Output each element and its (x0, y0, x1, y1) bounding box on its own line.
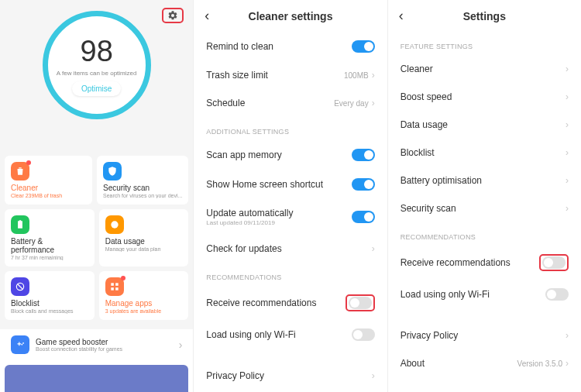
score-value: 98 (81, 35, 113, 68)
blocklist-card[interactable]: Blocklist Block calls and messages (5, 271, 95, 320)
card-sub: 3 updates are available (105, 308, 183, 314)
section-header: FEATURE SETTINGS (388, 32, 581, 55)
card-title: Data usage (105, 237, 183, 246)
booster-banner (5, 365, 188, 392)
card-sub: Block calls and messages (11, 308, 88, 314)
block-icon (11, 277, 29, 296)
battery-card[interactable]: Battery & performance 7 hr 37 min remain… (5, 209, 95, 266)
svg-line-2 (18, 284, 23, 290)
chevron-right-icon: › (566, 147, 569, 158)
data-usage-card[interactable]: Data usage Manage your data plan (99, 209, 189, 266)
chevron-right-icon: › (566, 119, 569, 130)
section-header: RECOMMENDATIONS (388, 222, 581, 246)
settings-screen: ‹ Settings FEATURE SETTINGS Cleaner› Boo… (388, 0, 581, 392)
battery-row[interactable]: Battery optimisation› (388, 167, 581, 194)
toggle[interactable] (352, 211, 375, 223)
chevron-right-icon: › (372, 70, 375, 81)
shield-icon (103, 162, 122, 181)
trash-icon (11, 162, 29, 181)
battery-icon (11, 215, 29, 234)
chevron-right-icon: › (566, 91, 569, 102)
toggle[interactable] (352, 328, 375, 341)
toggle[interactable] (352, 178, 375, 191)
gear-icon (167, 10, 178, 21)
optimise-button[interactable]: Optimise (72, 81, 121, 96)
receive-rec-row[interactable]: Receive recommendations (388, 246, 581, 280)
privacy-row[interactable]: Privacy Policy › (194, 362, 387, 390)
chevron-right-icon: › (179, 339, 183, 351)
svg-point-0 (111, 221, 118, 228)
page-title: Cleaner settings (205, 10, 376, 22)
card-title: Blocklist (11, 299, 88, 308)
trash-size-row[interactable]: Trash size limit 100MB › (194, 61, 387, 89)
toggle[interactable] (352, 40, 375, 53)
booster-sub: Boost connection stability for games (36, 346, 173, 352)
header: ‹ Cleaner settings (194, 0, 387, 32)
chevron-right-icon: › (566, 64, 569, 74)
security-app-main: 98 A few items can be optimized Optimise… (0, 0, 194, 392)
svg-rect-6 (115, 287, 119, 291)
check-updates-row[interactable]: Check for updates › (194, 235, 387, 263)
header: ‹ Settings (388, 0, 581, 32)
top-panel: 98 A few items can be optimized Optimise (0, 0, 193, 151)
highlight-box (539, 254, 569, 271)
toggle[interactable] (542, 256, 566, 269)
manage-apps-card[interactable]: Manage apps 3 updates are available (99, 271, 189, 320)
data-icon (105, 215, 124, 234)
score-sub: A few items can be optimized (57, 70, 137, 77)
update-auto-row[interactable]: Update automatically Last updated 09/11/… (194, 199, 387, 235)
card-title: Security scan (103, 184, 182, 192)
svg-rect-5 (111, 287, 114, 291)
remind-row[interactable]: Remind to clean (194, 32, 387, 61)
chevron-right-icon: › (566, 330, 569, 341)
ring: 98 A few items can be optimized Optimise (43, 11, 151, 119)
shortcut-row[interactable]: Show Home screen shortcut (194, 170, 387, 199)
game-booster-card[interactable]: Game speed booster Boost connection stab… (5, 329, 188, 360)
settings-gear-button[interactable] (162, 8, 184, 23)
section-header: ADDITIONAL SETTINGS (194, 117, 387, 140)
card-title: Battery & performance (11, 237, 88, 254)
wifi-row[interactable]: Load using only Wi-Fi (388, 280, 581, 309)
card-sub: Search for viruses on your devi... (103, 193, 182, 198)
toggle[interactable] (349, 297, 372, 309)
receive-rec-row[interactable]: Receive recommendations (194, 286, 387, 320)
chevron-right-icon: › (372, 98, 375, 108)
card-sub: Manage your data plan (105, 246, 183, 252)
security-scan-card[interactable]: Security scan Search for viruses on your… (97, 156, 188, 205)
chevron-right-icon: › (566, 175, 569, 186)
boost-row[interactable]: Boost speed› (388, 83, 581, 111)
scan-app-row[interactable]: Scan app memory (194, 140, 387, 170)
scan-row[interactable]: Security scan› (388, 194, 581, 222)
apps-icon (105, 277, 124, 296)
cleaner-card[interactable]: Cleaner Clear 239MB of trash (5, 156, 92, 205)
data-row[interactable]: Data usage› (388, 111, 581, 139)
privacy-row[interactable]: Privacy Policy › (388, 322, 581, 349)
gamepad-icon (11, 335, 29, 354)
block-row[interactable]: Blocklist› (388, 139, 581, 167)
chevron-right-icon: › (372, 243, 375, 254)
svg-rect-4 (115, 283, 119, 286)
svg-rect-3 (111, 283, 114, 286)
cards-grid: Cleaner Clear 239MB of trash Security sc… (0, 151, 193, 329)
chevron-right-icon: › (566, 203, 569, 214)
card-title: Manage apps (105, 299, 183, 308)
toggle[interactable] (352, 149, 375, 161)
schedule-row[interactable]: Schedule Every day › (194, 89, 387, 117)
page-title: Settings (399, 10, 570, 22)
about-row[interactable]: About Version 3.5.0 › (388, 349, 581, 377)
cleaner-row[interactable]: Cleaner› (388, 55, 581, 83)
card-sub: Clear 239MB of trash (11, 193, 86, 198)
toggle[interactable] (545, 288, 569, 301)
chevron-right-icon: › (372, 370, 375, 381)
card-title: Cleaner (11, 184, 86, 192)
chevron-right-icon: › (566, 358, 569, 369)
highlight-box (346, 294, 375, 311)
section-header: RECOMMENDATIONS (194, 263, 387, 286)
booster-title: Game speed booster (36, 338, 173, 346)
cleaner-settings-screen: ‹ Cleaner settings Remind to clean Trash… (194, 0, 387, 392)
card-sub: 7 hr 37 min remaining (11, 255, 88, 260)
wifi-row[interactable]: Load using only Wi-Fi (194, 320, 387, 349)
